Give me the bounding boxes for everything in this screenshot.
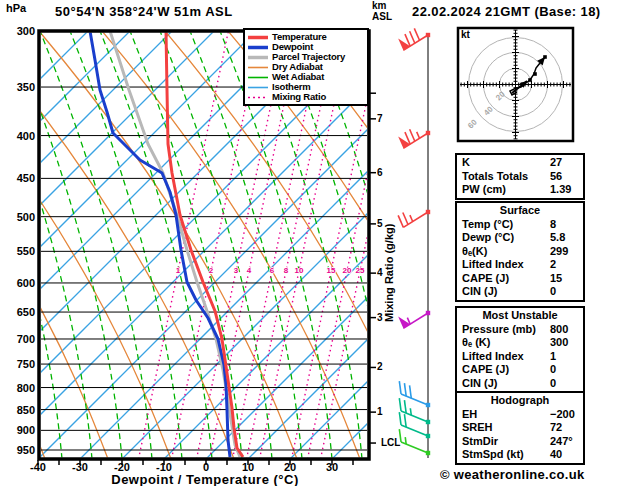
stat-row: CAPE (J)15	[457, 272, 583, 286]
stat-row: Lifted Index2	[457, 258, 583, 272]
stat-value: 300	[550, 336, 568, 350]
temperature-tick-label: 10	[228, 461, 268, 473]
stat-row: Temp (°C)8	[457, 218, 583, 232]
wind-barb	[399, 398, 430, 424]
pressure-tick-label: 900	[4, 424, 35, 436]
stat-label: CAPE (J)	[462, 363, 509, 377]
km-tick-label: 3	[377, 312, 383, 323]
stat-value: −200	[550, 408, 575, 422]
pressure-tick-label: 650	[4, 306, 35, 318]
stat-row: CIN (J)0	[457, 285, 583, 299]
temperature-tick-label: -10	[144, 461, 184, 473]
stat-row: Pressure (mb)800	[457, 323, 583, 337]
mixing-ratio-value-label: 15	[323, 266, 339, 275]
stat-value: 800	[550, 323, 568, 337]
stat-value: 8	[550, 218, 556, 232]
most-unstable-table: Most UnstablePressure (mb)800θₑ (K)300Li…	[455, 306, 585, 393]
pressure-tick-label: 500	[4, 211, 35, 223]
wind-barb	[399, 429, 430, 455]
pressure-tick-label: 850	[4, 404, 35, 416]
km-tick-label: 2	[377, 361, 383, 372]
km-tick-label: 4	[377, 267, 383, 278]
stat-value: 40	[550, 448, 562, 462]
km-tick-label: 5	[377, 218, 383, 229]
stat-label: CIN (J)	[462, 377, 497, 391]
pressure-tick-label: 600	[4, 277, 35, 289]
hodograph-stats-table: HodographEH−200SREH72StmDir247°StmSpd (k…	[455, 391, 585, 465]
stat-row: K27	[457, 156, 583, 170]
sounding-page: 204060 hPa 50°54'N 358°24'W 51m ASL kmAS…	[0, 0, 629, 486]
stat-label: StmSpd (kt)	[462, 448, 524, 462]
stat-row: SREH72	[457, 421, 583, 435]
stat-row: θₑ(K)299	[457, 245, 583, 259]
pressure-tick-label: 950	[4, 444, 35, 456]
stat-row: EH−200	[457, 408, 583, 422]
km-tick-label: 1	[377, 406, 383, 417]
mixing-ratio-value-label: 1	[170, 266, 186, 275]
stat-label: CIN (J)	[462, 285, 497, 299]
hodograph: 204060	[458, 28, 573, 141]
wind-barb	[398, 129, 430, 148]
stat-label: θₑ(K)	[462, 245, 487, 259]
stat-table-header: Most Unstable	[457, 309, 583, 323]
stat-value: 1	[550, 350, 556, 364]
stat-value: 247°	[550, 435, 573, 449]
wind-barb	[398, 210, 430, 228]
pressure-tick-label: 300	[4, 25, 35, 37]
stat-value: 1.39	[550, 183, 571, 197]
surface-table: SurfaceTemp (°C)8Dewp (°C)5.8θₑ(K)299Lif…	[455, 201, 585, 302]
stat-value: 2	[550, 258, 556, 272]
stat-label: EH	[462, 408, 477, 422]
wind-barb	[398, 311, 430, 329]
altitude-axis-unit: kmASL	[372, 1, 392, 22]
legend: TemperatureDewpointParcel TrajectoryDry …	[243, 28, 369, 106]
stat-table-header: Surface	[457, 204, 583, 218]
stat-label: Totals Totals	[462, 170, 528, 184]
mixing-ratio-value-label: 25	[352, 266, 368, 275]
pressure-tick-label: 750	[4, 358, 35, 370]
pressure-tick-label: 450	[4, 172, 35, 184]
pressure-tick-label: 400	[4, 130, 35, 142]
stat-value: 299	[550, 245, 568, 259]
pressure-axis-unit: hPa	[6, 3, 26, 15]
mixing-ratio-axis-title: Mixing Ratio (g/kg)	[384, 224, 396, 322]
temperature-tick-label: -30	[60, 461, 100, 473]
stat-value: 5.8	[550, 231, 565, 245]
stat-label: Dewp (°C)	[462, 231, 514, 245]
temperature-tick-label: 0	[186, 461, 226, 473]
stat-table-header: Hodograph	[457, 394, 583, 408]
credit-footer: © weatheronline.co.uk	[440, 468, 584, 482]
stat-value: 27	[550, 156, 562, 170]
mixing-ratio-value-label: 10	[291, 266, 307, 275]
wind-barb	[399, 381, 430, 407]
mixing-ratio-value-label: 2	[203, 266, 219, 275]
stat-value: 15	[550, 272, 562, 286]
temperature-tick-label: -20	[102, 461, 142, 473]
stat-label: PW (cm)	[462, 183, 506, 197]
stat-label: SREH	[462, 421, 493, 435]
stat-label: Lifted Index	[462, 350, 524, 364]
stat-row: PW (cm)1.39	[457, 183, 583, 197]
stat-label: Temp (°C)	[462, 218, 513, 232]
stat-row: CAPE (J)0	[457, 363, 583, 377]
pressure-tick-label: 700	[4, 333, 35, 345]
stat-row: StmSpd (kt)40	[457, 448, 583, 462]
stat-row: StmDir247°	[457, 435, 583, 449]
stat-label: StmDir	[462, 435, 498, 449]
stat-value: 0	[550, 363, 556, 377]
pressure-tick-label: 350	[4, 81, 35, 93]
stat-label: θₑ (K)	[462, 336, 490, 350]
hodograph-unit-label: kt	[461, 30, 470, 41]
page-title: 50°54'N 358°24'W 51m ASL	[55, 5, 233, 19]
stat-row: Lifted Index1	[457, 350, 583, 364]
stability-indices-table: K27Totals Totals56PW (cm)1.39	[455, 153, 585, 200]
stat-label: CAPE (J)	[462, 272, 509, 286]
stat-label: K	[462, 156, 470, 170]
temperature-tick-label: -40	[18, 461, 58, 473]
pressure-tick-label: 550	[4, 245, 35, 257]
legend-label: Mixing Ratio	[272, 92, 326, 102]
temperature-tick-label: 30	[312, 461, 352, 473]
x-axis-title: Dewpoint / Temperature (°C)	[40, 473, 370, 486]
stat-row: CIN (J)0	[457, 377, 583, 391]
stat-label: Lifted Index	[462, 258, 524, 272]
